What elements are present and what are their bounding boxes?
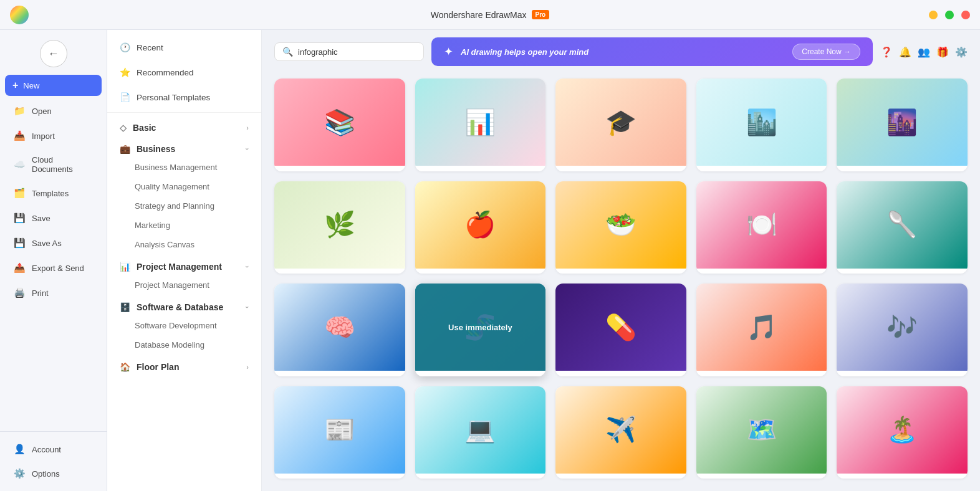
back-button[interactable]: ← [40,40,67,67]
thumb-icon-food4: 🥄 [837,181,968,269]
sidebar-item-templates[interactable]: 🗂️ Templates [4,181,103,205]
template-thumb-food3: 🍽️ [696,181,827,269]
sidebar-item-import[interactable]: 📥 Import [4,124,103,148]
nav-recommended[interactable]: ⭐ Recommended [107,60,261,85]
template-thumb-med1: 🧠 [274,284,405,371]
pro-badge: Pro [532,10,550,19]
nav-recent[interactable]: 🕐 Recent [107,35,261,60]
thumb-icon-food3: 🍽️ [696,181,827,269]
template-thumb-music2: 🎶 [837,284,968,371]
bell-icon[interactable]: 🔔 [899,46,911,58]
save-icon: 💾 [14,212,26,224]
software-db-label: Software & Database [137,302,223,312]
template-label-edu2: Education Infographic 2 [415,166,546,171]
cloud-label: Cloud Documents [32,155,93,174]
sidebar-item-print[interactable]: 🖨️ Print [4,281,103,305]
sidebar-item-export[interactable]: 📤 Export & Send [4,256,103,280]
template-card-food4[interactable]: 🥄 Food Infographic 4 [837,181,968,274]
template-card-med1[interactable]: 🧠 Medical Infographic 1 [274,284,405,376]
thumb-icon-news1: 📰 [274,386,405,474]
template-label-med3: Medical Infographic 3 [555,371,686,376]
new-label: New [23,81,39,90]
template-label-food2: Food Infographic 2 [555,269,686,274]
nav-section-software-db[interactable]: 🗄️ Software & Database › [107,295,261,316]
template-thumb-edu2: 📊 [415,79,546,166]
nav-section-floor-plan[interactable]: 🏠 Floor Plan › [107,355,261,376]
import-label: Import [32,131,55,141]
template-card-env1[interactable]: 🏙️ Environment Infographic 1 [696,79,827,171]
project-mgmt-icon: 📊 [120,262,130,272]
minimize-button[interactable] [929,11,938,19]
template-card-tech1[interactable]: 💻 Technology Infographics 1 [415,386,546,479]
business-chevron-icon: › [244,148,251,150]
close-button[interactable] [961,11,970,19]
template-card-edu1[interactable]: 📚 Education Infographic 1 [274,79,405,171]
nav-divider-1 [107,112,261,113]
template-card-edu2[interactable]: 📊 Education Infographic 2 [415,79,546,171]
template-label-edu3: Education Infographic 3 [555,166,686,171]
nav-section-project-mgmt[interactable]: 📊 Project Management › [107,254,261,275]
template-thumb-edu3: 🎓 [555,79,686,166]
nav-sub-strategy[interactable]: Strategy and Planning [107,196,261,216]
search-box[interactable]: 🔍 [274,42,424,61]
nav-sub-marketing[interactable]: Marketing [107,216,261,235]
thumb-icon-tour1: ✈️ [555,386,686,474]
template-card-med4[interactable]: 🎵 Music Infographics 1 [696,284,827,376]
thumb-icon-tech1: 💻 [415,386,546,474]
nav-personal-templates[interactable]: 📄 Personal Templates [107,85,261,110]
user-avatar[interactable] [10,6,29,24]
personal-templates-label: Personal Templates [137,93,210,102]
nav-sub-db-modeling[interactable]: Database Modeling [107,335,261,355]
template-card-med3[interactable]: 💊 Medical Infographic 3 [555,284,686,376]
nav-section-basic[interactable]: ◇ Basic › [107,115,261,136]
template-card-tour4[interactable]: 🏝️ Tourism Infographic 4 [837,386,968,479]
sidebar-item-cloud[interactable]: ☁️ Cloud Documents [4,149,103,180]
sidebar-item-saveas[interactable]: 💾 Save As [4,231,103,255]
nav-sub-business-mgmt[interactable]: Business Management [107,158,261,177]
new-button[interactable]: + New [5,75,102,96]
template-card-food1[interactable]: 🍎 Food Infographic 1 [415,181,546,274]
template-thumb-med4: 🎵 [696,284,827,371]
gift-icon[interactable]: 🎁 [936,46,949,58]
template-thumb-tech1: 💻 [415,386,546,474]
template-card-tour3[interactable]: 🗺️ Tourism Infographic 3 [696,386,827,479]
help-icon[interactable]: ❓ [880,46,893,58]
template-label-tour3: Tourism Infographic 3 [696,474,827,479]
search-input[interactable] [298,47,410,57]
business-icon: 💼 [120,144,130,154]
maximize-button[interactable] [945,11,954,19]
thumb-icon-env1: 🏙️ [696,79,827,166]
sidebar-item-save[interactable]: 💾 Save [4,206,103,230]
sidebar-item-options[interactable]: ⚙️ Options [4,462,103,485]
template-label-food1: Food Infographic 1 [415,269,546,274]
template-card-env2[interactable]: 🌆 Environment Infographic 2 [837,79,968,171]
window-controls [929,11,970,19]
nav-sub-software-dev[interactable]: Software Development [107,316,261,335]
export-icon: 📤 [14,262,26,274]
print-icon: 🖨️ [14,287,26,298]
use-immediately-overlay[interactable]: Use immediately [415,284,546,371]
sidebar-item-account[interactable]: 👤 Account [4,437,103,461]
template-card-food2[interactable]: 🥗 Food Infographic 2 [555,181,686,274]
template-card-edu3[interactable]: 🎓 Education Infographic 3 [555,79,686,171]
users-icon[interactable]: 👥 [918,46,930,58]
settings-icon[interactable]: ⚙️ [955,46,968,58]
basic-label: Basic [133,123,156,133]
template-card-food3[interactable]: 🍽️ Food Infographic 3 [696,181,827,274]
template-card-med2[interactable]: 🧬 Use immediately Medical Infographic 2 [415,284,546,376]
nav-sub-project-mgmt[interactable]: Project Management [107,275,261,295]
nav-sub-analysis[interactable]: Analysis Canvas [107,235,261,254]
titlebar: Wondershare EdrawMax Pro [0,0,980,30]
nav-section-business[interactable]: 💼 Business › [107,136,261,158]
nav-sub-quality-mgmt[interactable]: Quality Management [107,177,261,196]
template-card-news1[interactable]: 📰 News Infographics 1 [274,386,405,479]
create-now-button[interactable]: Create Now → [792,44,860,60]
template-card-music2[interactable]: 🎶 Music Infographics 2 [837,284,968,376]
main-layout: ← + New 📁 Open 📥 Import ☁️ Cloud Documen… [0,30,980,491]
template-card-env3[interactable]: 🌿 Environment Infographic 3 [274,181,405,274]
main-content: 🔍 ✦ AI drawing helps open your mind Crea… [262,30,980,491]
templates-label: Templates [32,189,69,198]
template-card-tour1[interactable]: ✈️ Tourism Infographic 1 [555,386,686,479]
sidebar-item-open[interactable]: 📁 Open [4,99,103,123]
software-db-icon: 🗄️ [120,302,130,312]
